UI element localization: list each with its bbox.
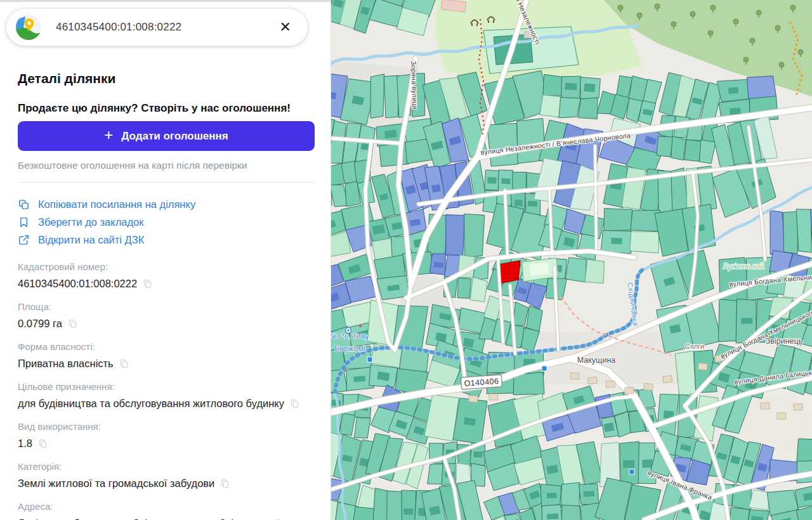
field-value: для будівництва та обслуговування житлов… xyxy=(18,397,284,410)
cadastral-map[interactable]: О140406вулиця Незалежності / В'ячеслава … xyxy=(331,0,812,520)
map-label: Звіринець xyxy=(766,337,802,346)
copy-value-icon[interactable] xyxy=(119,359,129,368)
app-logo-icon xyxy=(15,14,42,41)
parcel xyxy=(770,211,785,255)
parcel xyxy=(370,74,384,119)
parcel xyxy=(384,75,398,118)
bookmark-action[interactable]: Зберегти до закладок xyxy=(18,213,315,231)
note-text: Безкоштовне оголошення на карті після пе… xyxy=(18,159,315,171)
parcel xyxy=(565,257,586,282)
parcel xyxy=(718,299,737,342)
field-row: Цільове призначення:для будівництва та о… xyxy=(18,381,315,410)
parcel xyxy=(783,212,798,254)
search-bar[interactable]: 4610345400:01:008:0222 ✕ xyxy=(6,9,308,46)
map-marker[interactable] xyxy=(629,469,634,474)
parcel xyxy=(457,278,471,299)
field-row: Адреса:Львівська область, смт Східниця, … xyxy=(18,501,315,520)
copy-value-icon[interactable] xyxy=(220,479,230,488)
parcel xyxy=(559,98,580,118)
search-input[interactable]: 4610345400:01:008:0222 xyxy=(56,21,181,34)
open-dzk-action[interactable]: Відкрити на сайті ДЗК xyxy=(18,231,315,249)
parcel xyxy=(464,214,485,257)
field-label: Вид використання: xyxy=(18,421,315,432)
parcel xyxy=(671,136,686,160)
copy-value-icon[interactable] xyxy=(68,319,77,328)
road-shield: О140406 xyxy=(461,375,502,389)
parcel xyxy=(428,464,443,484)
map-canvas[interactable]: О140406вулиця Незалежності / В'ячеслава … xyxy=(331,0,812,520)
parcel xyxy=(543,74,564,96)
field-value: Землі житлової та громадської забудови xyxy=(18,477,214,490)
parcel xyxy=(630,231,659,253)
field-label: Площа: xyxy=(18,301,315,313)
parcel xyxy=(355,418,371,439)
map-label: № 2с, типу xyxy=(331,332,370,341)
selected-parcel[interactable] xyxy=(499,261,520,283)
parcel xyxy=(578,98,598,119)
field-value: 1.8 xyxy=(18,437,32,450)
field-value: Львівська область, смт Східниця, вулиця … xyxy=(18,517,268,520)
parcel xyxy=(730,507,750,520)
field-row: Категорія:Землі житлової та громадської … xyxy=(18,461,315,490)
parcel xyxy=(446,215,465,256)
close-icon[interactable]: ✕ xyxy=(275,18,296,37)
promo-text: Продаєте цю ділянку? Створіть у нас огол… xyxy=(18,101,315,115)
parcel xyxy=(585,259,605,283)
copy-value-icon[interactable] xyxy=(38,439,48,448)
parcel xyxy=(604,209,632,231)
open-dzk-label: Відкрити на сайті ДЗК xyxy=(38,234,144,246)
divider xyxy=(18,182,315,183)
map-label: Сялги xyxy=(685,342,704,350)
parcel xyxy=(402,490,416,520)
copy-value-icon[interactable] xyxy=(143,279,152,289)
parcel xyxy=(540,95,561,117)
field-value: Приватна власність xyxy=(18,357,114,370)
copy-link-icon xyxy=(18,198,30,211)
parcel-fields: Кадастровий номер:4610345400:01:008:0222… xyxy=(18,261,315,520)
parcel xyxy=(561,505,581,520)
parcel xyxy=(379,143,409,167)
field-row: Площа:0.0799 га xyxy=(18,301,315,330)
field-value: 0.0799 га xyxy=(18,317,62,330)
add-listing-button[interactable]: + Додати оголошення xyxy=(18,121,315,151)
field-row: Форма власності:Приватна власність xyxy=(18,341,315,370)
parcel xyxy=(387,491,404,520)
add-listing-label: Додати оголошення xyxy=(121,130,228,143)
field-label: Адреса: xyxy=(18,501,315,512)
details-panel: 4610345400:01:008:0222 ✕ Деталі ділянки … xyxy=(0,0,331,520)
field-label: Категорія: xyxy=(18,461,315,472)
field-label: Кадастровий номер: xyxy=(18,261,315,273)
parcel xyxy=(561,483,580,507)
plus-icon: + xyxy=(104,126,113,144)
bookmark-icon xyxy=(18,216,30,228)
copy-link-label: Копіювати посилання на ділянку xyxy=(38,198,195,211)
parcel xyxy=(797,439,812,463)
field-value: 4610345400:01:008:0222 xyxy=(18,277,137,290)
map-marker[interactable] xyxy=(542,366,547,371)
map-label: Боржомі xyxy=(334,344,365,353)
copy-value-icon[interactable] xyxy=(290,399,299,408)
map-label: Макущина xyxy=(577,356,616,365)
parcel xyxy=(470,277,487,302)
copy-link-action[interactable]: Копіювати посилання на ділянку xyxy=(18,195,315,213)
map-label: Лук'янський xyxy=(723,262,764,271)
field-label: Цільове призначення: xyxy=(18,381,315,393)
parcel xyxy=(796,209,811,252)
bookmark-label: Зберегти до закладок xyxy=(38,216,144,228)
field-label: Форма власності: xyxy=(18,341,315,353)
map-marker[interactable] xyxy=(367,357,372,362)
field-row: Кадастровий номер:4610345400:01:008:0222 xyxy=(18,261,315,290)
page-title: Деталі ділянки xyxy=(18,71,315,86)
field-row: Вид використання:1.8 xyxy=(18,421,315,450)
external-link-icon xyxy=(18,234,30,246)
action-links: Копіювати посилання на ділянку Зберегти … xyxy=(18,195,315,249)
